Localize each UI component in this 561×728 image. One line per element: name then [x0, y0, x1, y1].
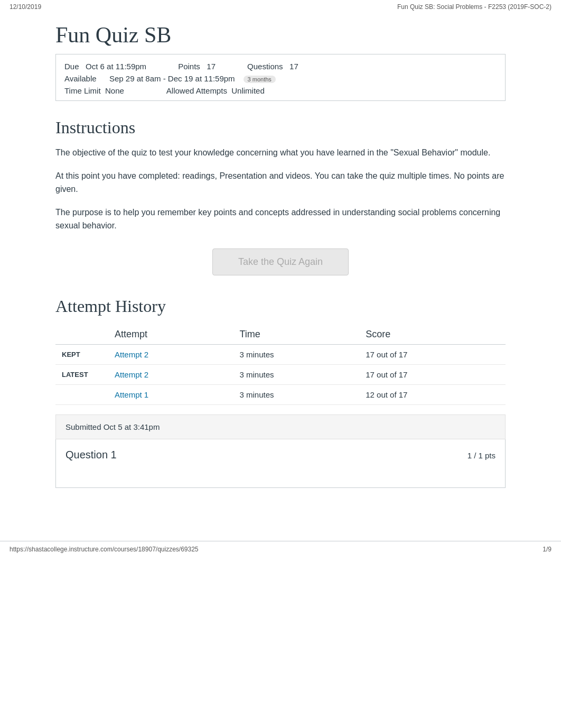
available-label: Available: [64, 74, 97, 83]
col-time: Time: [233, 325, 359, 345]
question-block: Question 1 1 / 1 pts: [55, 439, 506, 488]
attempt-score: 17 out of 17: [359, 364, 506, 384]
questions-field: Questions 17: [247, 62, 298, 71]
due-label: Due: [64, 62, 79, 71]
page-title-tab: Fun Quiz SB: Social Problems - F2253 (20…: [397, 3, 551, 11]
attempt-history-table: Attempt Time Score KEPT Attempt 2 3 minu…: [55, 325, 506, 405]
available-badge: 3 months: [244, 76, 276, 83]
footer-url: https://shastacollege.instructure.com/co…: [10, 546, 199, 553]
allowed-attempts-label: Allowed Attempts: [166, 86, 227, 95]
attempt-label: LATEST: [55, 364, 108, 384]
footer-page: 1/9: [543, 546, 551, 553]
table-row: KEPT Attempt 2 3 minutes 17 out of 17: [55, 344, 506, 364]
take-quiz-button[interactable]: Take the Quiz Again: [212, 248, 349, 275]
instructions-para-3: The purpose is to help you remember key …: [55, 206, 506, 233]
attempt-time: 3 minutes: [233, 384, 359, 404]
attempt-time: 3 minutes: [233, 344, 359, 364]
col-attempt: Attempt: [108, 325, 233, 345]
instructions-para-1: The objective of the quiz to test your k…: [55, 146, 506, 160]
points-value: 17: [207, 62, 216, 71]
due-field: Due Oct 6 at 11:59pm: [64, 62, 146, 71]
attempt-label: [55, 384, 108, 404]
date-label: 12/10/2019: [10, 3, 41, 11]
points-label: Points: [178, 62, 200, 71]
attempt-link[interactable]: Attempt 2: [108, 344, 233, 364]
instructions-para-2: At this point you have completed: readin…: [55, 169, 506, 196]
col-label: [55, 325, 108, 345]
attempt-link[interactable]: Attempt 1: [108, 384, 233, 404]
available-value: Sep 29 at 8am - Dec 19 at 11:59pm: [109, 74, 235, 83]
col-score: Score: [359, 325, 506, 345]
attempt-score: 17 out of 17: [359, 344, 506, 364]
table-row: LATEST Attempt 2 3 minutes 17 out of 17: [55, 364, 506, 384]
attempt-time: 3 minutes: [233, 364, 359, 384]
time-limit-label: Time Limit: [64, 86, 101, 95]
question-pts: 1 / 1 pts: [467, 451, 495, 460]
attempt-label: KEPT: [55, 344, 108, 364]
submitted-bar: Submitted Oct 5 at 3:41pm: [55, 414, 506, 439]
allowed-attempts-value: Unlimited: [231, 86, 265, 95]
attempt-score: 12 out of 17: [359, 384, 506, 404]
points-field: Points 17: [178, 62, 216, 71]
question-title: Question 1: [66, 449, 117, 461]
questions-value: 17: [289, 62, 298, 71]
quiz-title: Fun Quiz SB: [55, 14, 506, 54]
attempt-history-title: Attempt History: [55, 297, 506, 316]
quiz-meta: Due Oct 6 at 11:59pm Points 17 Questions…: [55, 54, 506, 101]
time-limit-value: None: [105, 86, 124, 95]
instructions-title: Instructions: [55, 118, 506, 137]
questions-label: Questions: [247, 62, 283, 71]
attempt-link[interactable]: Attempt 2: [108, 364, 233, 384]
due-value: Oct 6 at 11:59pm: [86, 62, 146, 71]
table-row: Attempt 1 3 minutes 12 out of 17: [55, 384, 506, 404]
